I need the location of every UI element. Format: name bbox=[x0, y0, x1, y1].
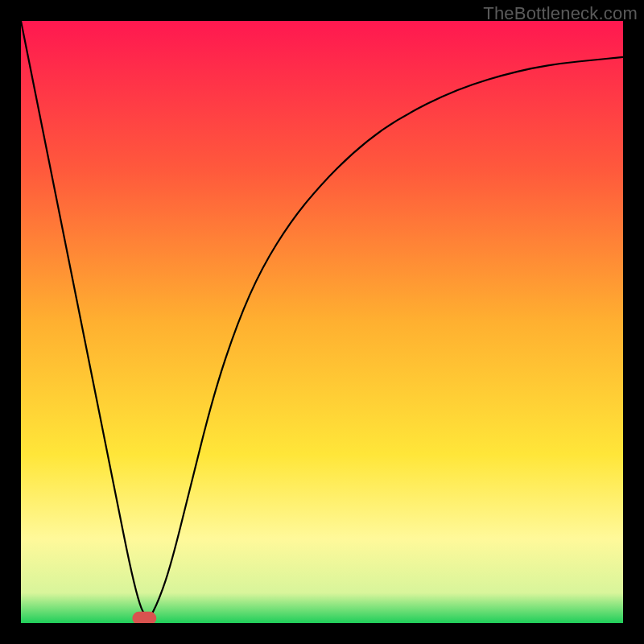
plot-area bbox=[21, 21, 623, 623]
gradient-background bbox=[21, 21, 623, 623]
markers-layer bbox=[132, 612, 156, 623]
chart-frame: TheBottleneck.com bbox=[0, 0, 644, 644]
chart-canvas bbox=[21, 21, 623, 623]
annotation-marker bbox=[132, 612, 156, 623]
